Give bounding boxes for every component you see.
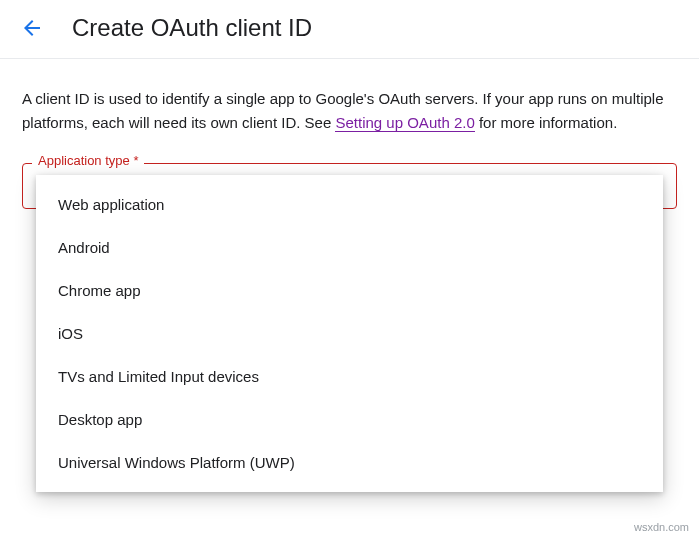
setup-oauth-link[interactable]: Setting up OAuth 2.0 <box>335 114 474 132</box>
watermark-text: wsxdn.com <box>634 521 689 533</box>
dropdown-option-uwp[interactable]: Universal Windows Platform (UWP) <box>36 441 663 484</box>
page-title: Create OAuth client ID <box>72 14 312 42</box>
back-arrow-icon[interactable] <box>20 16 44 40</box>
page-header: Create OAuth client ID <box>0 0 699 59</box>
dropdown-option-desktop-app[interactable]: Desktop app <box>36 398 663 441</box>
description-text: A client ID is used to identify a single… <box>22 87 677 135</box>
application-type-label: Application type * <box>32 153 144 168</box>
dropdown-option-android[interactable]: Android <box>36 226 663 269</box>
dropdown-option-ios[interactable]: iOS <box>36 312 663 355</box>
description-part2: for more information. <box>475 114 618 131</box>
dropdown-option-tvs[interactable]: TVs and Limited Input devices <box>36 355 663 398</box>
content-area: A client ID is used to identify a single… <box>0 59 699 209</box>
application-type-field: Application type * Web application Andro… <box>22 163 677 209</box>
dropdown-option-chrome-app[interactable]: Chrome app <box>36 269 663 312</box>
dropdown-option-web-application[interactable]: Web application <box>36 183 663 226</box>
application-type-dropdown: Web application Android Chrome app iOS T… <box>36 175 663 492</box>
